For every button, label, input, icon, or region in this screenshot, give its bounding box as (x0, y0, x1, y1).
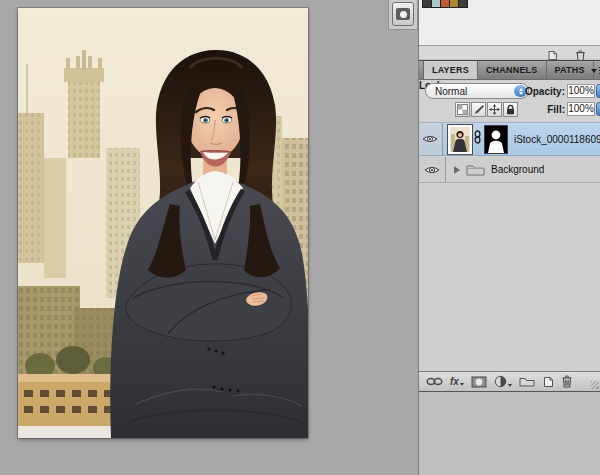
layer-row-istock[interactable]: iStock_00001186099.. (419, 122, 600, 156)
top-panel-footer (419, 46, 600, 58)
new-layer-icon[interactable] (542, 376, 554, 388)
top-panel-fragment (419, 0, 600, 59)
lock-all-button[interactable] (503, 102, 518, 117)
layer-mask-thumbnail[interactable] (484, 125, 508, 154)
layer-style-icon[interactable]: fx (450, 376, 464, 387)
adjustment-layer-icon[interactable] (494, 375, 512, 388)
layer-row-background-group[interactable]: Background (419, 157, 600, 183)
lock-pixels-button[interactable] (471, 102, 486, 117)
tab-layers[interactable]: LAYERS (423, 61, 478, 79)
layer-name[interactable]: iStock_00001186099.. (514, 134, 600, 145)
layers-panel-footer: fx (419, 371, 600, 391)
masks-panel-icon (396, 8, 410, 20)
delete-layer-icon[interactable] (561, 375, 573, 388)
panel-menu-button[interactable] (591, 67, 600, 74)
eye-icon (424, 165, 440, 175)
lock-position-button[interactable] (487, 102, 502, 117)
collapsed-panel-dock (388, 0, 418, 30)
layers-panel: LAYERS CHANNELS PATHS Normal Opacity: 10… (419, 60, 600, 392)
lock-position-icon (489, 104, 500, 115)
lock-transparency-button[interactable] (455, 102, 470, 117)
eye-icon (422, 134, 438, 144)
lock-transparency-icon (457, 104, 468, 115)
link-layers-icon[interactable] (426, 377, 443, 386)
blend-mode-value: Normal (435, 86, 467, 97)
expand-triangle-icon[interactable] (454, 166, 460, 174)
tab-paths[interactable]: PATHS (547, 61, 594, 79)
lock-pixels-icon (473, 104, 484, 115)
opacity-label: Opacity: (515, 86, 565, 97)
photoshop-workspace: { "window": { "description": "Adobe Phot… (0, 0, 600, 475)
lock-all-icon (506, 104, 515, 115)
chevron-down-icon (591, 69, 597, 73)
new-group-icon[interactable] (519, 376, 535, 387)
document-image (18, 8, 308, 438)
panel-resize-grip[interactable] (591, 381, 599, 389)
document-canvas[interactable] (18, 8, 308, 438)
panel-dock: LAYERS CHANNELS PATHS Normal Opacity: 10… (418, 0, 600, 475)
color-swatch[interactable] (458, 0, 468, 8)
color-swatches (423, 0, 468, 8)
layers-list: iStock_00001186099.. Background (419, 121, 600, 372)
visibility-toggle[interactable] (419, 123, 443, 155)
add-mask-icon[interactable] (471, 376, 487, 388)
visibility-toggle[interactable] (419, 157, 446, 182)
layer-name[interactable]: Background (491, 164, 544, 175)
top-panel-content (419, 0, 600, 46)
opacity-dropdown-arrow[interactable] (596, 84, 600, 98)
lock-buttons (455, 102, 518, 117)
masks-panel-button[interactable] (392, 2, 414, 26)
panel-tab-bar: LAYERS CHANNELS PATHS (419, 61, 600, 80)
tab-channels[interactable]: CHANNELS (478, 61, 547, 79)
blend-mode-select[interactable]: Normal (425, 83, 529, 99)
fill-label: Fill: (529, 104, 565, 115)
layers-options: Normal Opacity: 100% Lock: (419, 80, 600, 121)
fill-dropdown-arrow[interactable] (596, 102, 600, 116)
mask-link-icon[interactable] (474, 130, 481, 148)
group-folder-icon (466, 163, 485, 176)
opacity-value[interactable]: 100% (567, 84, 595, 98)
fill-value[interactable]: 100% (567, 102, 595, 116)
layer-thumbnail[interactable] (448, 125, 472, 154)
